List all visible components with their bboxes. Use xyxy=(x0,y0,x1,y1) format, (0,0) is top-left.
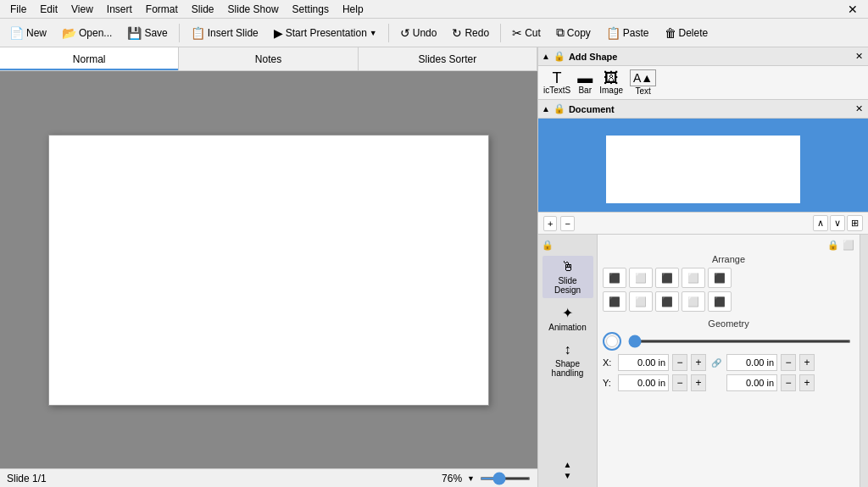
undo-button[interactable]: ↺ Undo xyxy=(394,23,443,43)
start-presentation-button[interactable]: ▶ Start Presentation ▼ xyxy=(268,23,383,43)
geometry-x-label: X: xyxy=(603,357,615,368)
shape-text-icon: A▲ xyxy=(630,69,656,86)
sidebar-item-animation-label: Animation xyxy=(548,323,586,332)
geometry-link: 🔗 xyxy=(711,358,721,368)
toolbar-sep-1 xyxy=(179,24,180,42)
shape-bar-label: Bar xyxy=(578,86,592,95)
tab-notes[interactable]: Notes xyxy=(179,47,358,70)
arrange-btn-5[interactable]: ⬛ xyxy=(708,268,732,288)
add-shape-collapse[interactable]: ▲ xyxy=(542,52,550,61)
props-content: 🔒 ⬜ Arrange ⬛ ⬜ ⬛ ⬜ ⬛ ⬛ ⬜ xyxy=(598,235,860,487)
document-close[interactable]: ✕ xyxy=(854,103,865,114)
doc-remove-btn[interactable]: − xyxy=(560,216,574,231)
geometry-y-minus-1[interactable]: − xyxy=(672,374,687,391)
doc-up-btn[interactable]: ∧ xyxy=(813,215,828,231)
cut-icon: ✂ xyxy=(512,26,522,40)
shape-handling-icon: ↕ xyxy=(565,342,571,357)
geometry-y-input-2[interactable] xyxy=(726,374,777,391)
geometry-y-row: Y: − + − + xyxy=(603,374,854,391)
redo-icon: ↻ xyxy=(452,26,462,40)
shape-icontexts[interactable]: T icTextS xyxy=(543,70,570,95)
menu-settings[interactable]: Settings xyxy=(286,2,336,17)
sidebar-scroll-down[interactable]: ▼ xyxy=(564,471,572,480)
geometry-x-plus-2[interactable]: + xyxy=(799,354,815,371)
arrange-btn-4[interactable]: ⬜ xyxy=(682,268,705,288)
add-shape-title: Add Shape xyxy=(569,52,617,62)
shape-image[interactable]: 🖼 Image xyxy=(599,70,623,95)
window-close[interactable]: ✕ xyxy=(841,3,865,16)
arrange-grid-row2: ⬛ ⬜ ⬛ ⬜ ⬛ xyxy=(603,291,854,312)
right-scrollbar[interactable] xyxy=(860,235,868,487)
add-shape-lock-icon: 🔒 xyxy=(554,51,565,62)
arrange-btn-6[interactable]: ⬛ xyxy=(603,291,626,312)
doc-grid-btn[interactable]: ⊞ xyxy=(847,215,863,231)
insert-slide-icon: 📋 xyxy=(191,26,205,40)
slide-area[interactable] xyxy=(0,71,537,468)
main-area: Normal Notes Slides Sorter Slide 1/1 76%… xyxy=(0,47,868,487)
geometry-x-minus-2[interactable]: − xyxy=(781,354,796,371)
sidebar-scroll-up[interactable]: ▲ xyxy=(564,460,572,469)
arrange-btn-1[interactable]: ⬛ xyxy=(603,268,626,288)
color-inner-circle xyxy=(606,335,618,347)
document-header-icons: ✕ xyxy=(854,103,865,114)
tab-slides-sorter[interactable]: Slides Sorter xyxy=(359,47,537,70)
arrange-btn-3[interactable]: ⬛ xyxy=(655,268,679,288)
menu-file[interactable]: File xyxy=(3,2,33,17)
paste-button[interactable]: 📋 Paste xyxy=(600,23,655,43)
insert-slide-button[interactable]: 📋 Insert Slide xyxy=(185,23,264,43)
sidebar-item-animation[interactable]: ✦ Animation xyxy=(542,302,593,335)
menu-edit[interactable]: Edit xyxy=(33,2,64,17)
color-outer-circle[interactable] xyxy=(603,332,621,351)
arrange-btn-2[interactable]: ⬜ xyxy=(629,268,653,288)
copy-icon: ⧉ xyxy=(556,25,565,40)
menu-view[interactable]: View xyxy=(64,2,100,17)
props-content-expand[interactable]: ⬜ xyxy=(843,240,854,251)
animation-icon: ✦ xyxy=(562,305,573,321)
menu-help[interactable]: Help xyxy=(336,2,370,17)
shape-bar[interactable]: ▬ Bar xyxy=(577,70,593,95)
new-button[interactable]: 📄 New xyxy=(3,23,53,43)
color-slider[interactable] xyxy=(628,340,851,343)
menu-slide[interactable]: Slide xyxy=(185,2,221,17)
geometry-x-input-2[interactable] xyxy=(726,354,777,371)
document-toolbar-left: + − xyxy=(543,216,575,231)
copy-button[interactable]: ⧉ Copy xyxy=(550,22,597,43)
geometry-x-minus-1[interactable]: − xyxy=(672,354,687,371)
sidebar-item-shape-handling[interactable]: ↕ Shape handling xyxy=(542,339,593,381)
arrange-btn-10[interactable]: ⬛ xyxy=(708,291,732,312)
menu-format[interactable]: Format xyxy=(139,2,185,17)
shape-bar-icon: ▬ xyxy=(577,70,593,86)
open-button[interactable]: 📂 Open... xyxy=(56,23,118,43)
paste-icon: 📋 xyxy=(606,26,620,40)
doc-down-btn[interactable]: ∨ xyxy=(830,215,845,231)
menu-slideshow[interactable]: Slide Show xyxy=(221,2,286,17)
delete-button[interactable]: 🗑 Delete xyxy=(659,23,715,43)
cut-button[interactable]: ✂ Cut xyxy=(506,23,547,43)
geometry-y-input-1[interactable] xyxy=(618,374,669,391)
shape-icontexts-label: icTextS xyxy=(543,86,570,95)
tab-normal[interactable]: Normal xyxy=(0,47,179,70)
document-collapse[interactable]: ▲ xyxy=(542,104,550,113)
arrange-btn-8[interactable]: ⬛ xyxy=(655,291,679,312)
zoom-slider[interactable] xyxy=(480,477,531,480)
redo-button[interactable]: ↻ Redo xyxy=(446,23,495,43)
geometry-y-minus-2[interactable]: − xyxy=(781,374,796,391)
geometry-y-plus-1[interactable]: + xyxy=(691,374,706,391)
zoom-dropdown-icon[interactable]: ▼ xyxy=(467,474,475,483)
props-lock-icon: 🔒 xyxy=(542,240,554,251)
geometry-x-plus-1[interactable]: + xyxy=(691,354,706,371)
doc-add-btn[interactable]: + xyxy=(543,216,557,231)
menu-insert[interactable]: Insert xyxy=(100,2,139,17)
presentation-dropdown-icon[interactable]: ▼ xyxy=(370,29,377,37)
arrange-btn-7[interactable]: ⬜ xyxy=(629,291,653,312)
add-shape-close[interactable]: ✕ xyxy=(854,51,865,62)
shape-text[interactable]: A▲ Text xyxy=(630,69,656,96)
delete-icon: 🗑 xyxy=(665,26,676,40)
slide-info: Slide 1/1 xyxy=(7,473,47,484)
save-button[interactable]: 💾 Save xyxy=(121,23,173,43)
geometry-x-input-1[interactable] xyxy=(618,354,669,371)
geometry-y-plus-2[interactable]: + xyxy=(799,374,815,391)
arrange-btn-9[interactable]: ⬜ xyxy=(682,291,705,312)
save-icon: 💾 xyxy=(127,26,142,40)
sidebar-item-slide-design[interactable]: 🖱 Slide Design xyxy=(542,256,593,298)
